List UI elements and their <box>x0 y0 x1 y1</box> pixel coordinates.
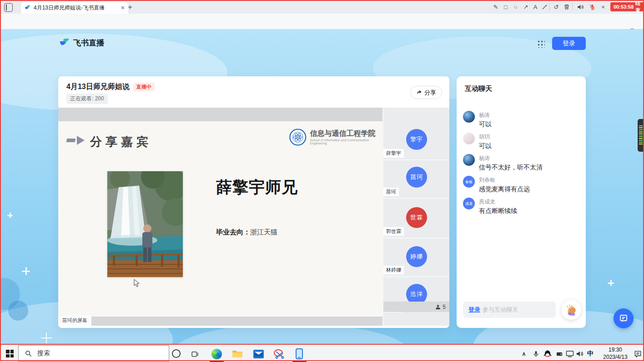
viewers-badge: 正在观看: 200 <box>66 94 108 104</box>
chat-message: 杨涛 可以 <box>463 111 579 129</box>
user-avatar <box>463 133 475 144</box>
message-text: 有点断断续续 <box>479 207 517 215</box>
feishu-logo <box>59 37 70 48</box>
tray-mic-icon[interactable] <box>531 349 540 358</box>
annotate-pencil-icon[interactable]: ✎ <box>491 2 500 11</box>
chat-message: 胡玥 可以 <box>463 133 579 151</box>
trash-icon[interactable] <box>562 2 571 11</box>
search-placeholder: 搜索 <box>37 349 50 357</box>
stream-title-row: 4月13日师兄师姐说 直播中 <box>66 82 155 92</box>
sparkle-decor <box>41 332 52 343</box>
cortana-icon[interactable] <box>172 349 181 358</box>
file-explorer-icon[interactable] <box>231 348 243 360</box>
annotate-text-icon[interactable]: A <box>531 2 540 11</box>
tray-chevron-icon[interactable]: ∧ <box>519 349 528 358</box>
participant-name: 郭世霖 <box>383 227 404 236</box>
user-avatar: 春银 <box>463 176 475 188</box>
participant-name: 苗珂 <box>383 188 399 196</box>
bubble-decor <box>0 278 20 310</box>
edge-docked-widget[interactable] <box>638 119 644 152</box>
participants-strip: 擎宇 薛擎宇 苗珂 苗珂 世霖 郭世霖 婷娜 林婷娜 浩洋 唐浩洋 <box>382 108 449 326</box>
message-user: 刘春银 <box>479 176 530 184</box>
message-text: 感觉麦离得有点远 <box>479 185 530 193</box>
graduation-destination: 毕业去向：浙江天猫 <box>216 228 277 237</box>
participant-tile[interactable]: 婷娜 林婷娜 <box>383 238 449 277</box>
video-region: 分享嘉宾 信息与通信工程学院 School of Information and… <box>58 108 449 326</box>
annotate-wand-icon[interactable] <box>540 2 549 11</box>
sparkle-decor <box>608 280 614 286</box>
tab-actions-icon[interactable] <box>4 3 13 12</box>
qq-icon[interactable] <box>543 349 552 358</box>
participant-name: 林婷娜 <box>383 266 404 274</box>
search-icon <box>25 350 32 357</box>
participant-tile[interactable]: 擎宇 薛擎宇 <box>383 121 449 160</box>
chat-panel: 互动聊天 杨涛 可以 胡玥 可以 杨涛 信号不太好，听不太清 春银 刘春银 感觉… <box>457 76 586 328</box>
toolbar-divider <box>572 3 573 10</box>
feishu-favicon <box>25 5 31 11</box>
browser-tab[interactable]: 4月13日师兄师姐说-飞书直播 × <box>21 2 128 14</box>
tab-close-icon[interactable]: × <box>121 5 125 11</box>
participant-count-bar: 5 <box>383 302 449 312</box>
participant-tile[interactable]: 世霖 郭世霖 <box>383 199 449 238</box>
college-logo-block: 信息与通信工程学院 School of Information and Comm… <box>289 128 382 146</box>
recording-timer: 00:53:58 <box>614 4 634 10</box>
recording-timer-badge[interactable]: 00:53:58 结束 <box>610 2 644 11</box>
stream-title: 4月13日师兄师姐说 <box>66 82 130 92</box>
annotate-arrow-icon[interactable]: ↗ <box>521 2 530 11</box>
brand-text: 飞书直播 <box>73 38 104 48</box>
letterbox-bottom <box>58 317 382 326</box>
tray-volume-icon[interactable] <box>575 349 584 358</box>
tray-device-icon[interactable] <box>555 349 564 358</box>
chat-login-link[interactable]: 登录 <box>468 306 480 314</box>
undo-icon[interactable]: ↺ <box>552 2 561 11</box>
chat-input[interactable]: 登录 参与互动聊天 <box>463 302 556 318</box>
participant-tile[interactable]: 苗珂 苗珂 <box>383 160 449 199</box>
chat-message: 春银 刘春银 感觉麦离得有点远 <box>463 176 579 194</box>
action-center-icon[interactable] <box>633 349 642 358</box>
taskbar-search[interactable]: 搜索 <box>18 345 169 362</box>
chat-bubble-icon <box>619 314 628 323</box>
login-button[interactable]: 登录 <box>552 37 586 50</box>
your-phone-icon[interactable] <box>293 348 305 360</box>
start-button[interactable] <box>6 350 14 357</box>
new-tab-button[interactable]: + <box>126 3 135 12</box>
feishu-live-page: 飞书直播 登录 4月13日师兄师姐说 直播中 正在观看: 200 分享 分享嘉宾 <box>0 29 644 344</box>
screen-capture-icon[interactable] <box>273 348 285 360</box>
college-name-cn: 信息与通信工程学院 <box>310 129 382 138</box>
toolbar-divider <box>549 3 550 10</box>
college-emblem <box>289 128 307 146</box>
slide-arrow-icon <box>66 135 86 146</box>
message-text: 可以 <box>479 142 492 150</box>
guest-photo <box>107 171 183 277</box>
chat-input-placeholder: 参与互动聊天 <box>483 306 518 314</box>
participant-count: 5 <box>443 304 446 310</box>
speaker-icon[interactable] <box>576 2 585 11</box>
participant-avatar: 世霖 <box>406 207 427 228</box>
chat-message: 成龙 房成龙 有点断断续续 <box>463 198 579 216</box>
mouse-cursor <box>134 279 140 288</box>
ime-indicator[interactable]: 中 <box>586 349 595 358</box>
edge-taskbar-icon[interactable] <box>211 348 222 360</box>
mail-icon[interactable] <box>252 348 264 360</box>
sparkle-decor <box>22 267 30 275</box>
user-avatar <box>463 111 475 123</box>
chat-message: 杨涛 信号不太好，听不太清 <box>463 154 579 172</box>
participant-avatar: 苗珂 <box>406 167 427 188</box>
participant-name: 薛擎宇 <box>383 149 404 158</box>
annotate-ellipse-icon[interactable]: ○ <box>511 2 520 11</box>
recording-end-label: 结束 <box>635 0 641 14</box>
clap-reaction-button[interactable] <box>561 300 581 320</box>
task-view-icon[interactable] <box>189 348 201 360</box>
taskbar-clock[interactable]: 19:30 2023/4/13 <box>599 346 632 361</box>
apps-grid-icon[interactable] <box>537 40 545 48</box>
recorder-close-icon[interactable]: × <box>599 2 608 11</box>
message-user: 杨涛 <box>479 154 543 162</box>
annotate-rectangle-icon[interactable]: □ <box>501 2 510 11</box>
mic-muted-icon[interactable] <box>588 2 597 11</box>
tray-display-icon[interactable] <box>565 349 574 358</box>
user-avatar: 成龙 <box>463 198 475 209</box>
customer-service-fab[interactable] <box>614 308 634 328</box>
message-user: 胡玥 <box>479 133 492 141</box>
share-button[interactable]: 分享 <box>410 86 442 99</box>
sparkle-decor <box>7 213 13 218</box>
